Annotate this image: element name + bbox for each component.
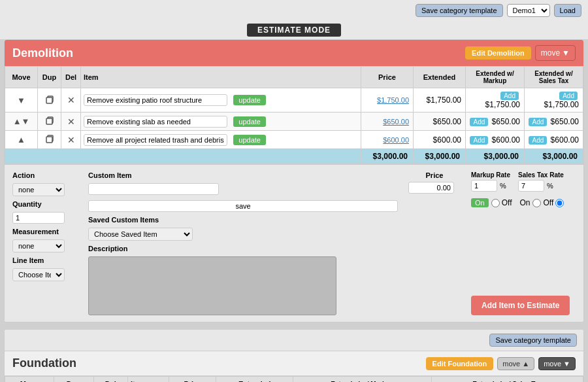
item-input-1[interactable] [84, 94, 227, 106]
svg-rect-2 [46, 137, 52, 143]
table-row: ▲ ✕ update $600.00 $600 [5, 131, 583, 149]
price-link-3[interactable]: $600.00 [383, 136, 409, 144]
demolition-section: Demolition Edit Demolition move ▼ Move D… [4, 39, 584, 322]
saved-items-label: Saved Custom Items [88, 216, 398, 224]
markup-off-radio: Off [491, 198, 512, 207]
sales-tax-rate-group: Sales Tax Rate % [518, 171, 564, 192]
edit-demolition-button[interactable]: Edit Demolition [465, 46, 531, 60]
add-markup-button-1[interactable]: Add [500, 92, 519, 100]
foundation-header: Foundation Edit Foundation move ▲ move ▼ [5, 351, 583, 376]
foundation-col-ext-salestax: Extended w/ Sales Tax [432, 377, 583, 383]
salestax-off-radio-input[interactable] [555, 199, 564, 207]
price-link-2[interactable]: $650.00 [383, 118, 409, 126]
update-button-1[interactable]: update [233, 95, 266, 105]
move-button-1[interactable]: ▼ [17, 95, 25, 105]
edit-foundation-button[interactable]: Edit Foundation [426, 357, 494, 370]
estimate-mode-badge: ESTIMATE MODE [247, 24, 341, 37]
salestax-on-radio-input[interactable] [532, 199, 541, 207]
col-price: Price [361, 67, 414, 88]
foundation-title: Foundation [12, 356, 76, 370]
del-button-1[interactable]: ✕ [67, 95, 75, 105]
action-label: Action [12, 171, 78, 179]
move-foundation-down-button[interactable]: move ▼ [538, 357, 576, 370]
toggle-row: On Off On Off [471, 198, 564, 207]
move-button-2[interactable]: ▲▼ [13, 116, 30, 126]
description-textarea[interactable] [88, 256, 336, 315]
table-row: ▲▼ ✕ update $650.00 $65 [5, 113, 583, 131]
update-button-3[interactable]: update [233, 135, 266, 145]
add-salestax-button-2[interactable]: Add [529, 118, 547, 126]
load-button[interactable]: Load [554, 4, 581, 17]
chevron-down-icon: ▼ [562, 48, 570, 58]
salestax-toggle-group: On Off [519, 198, 564, 207]
foundation-col-dup: Dup [54, 377, 93, 383]
ext-salestax-val-1: $1,750.00 [544, 100, 579, 109]
sales-tax-input[interactable] [518, 180, 544, 192]
extended-val-1: $1,750.00 [427, 95, 461, 105]
dup-button-3[interactable] [44, 133, 55, 146]
item-input-2[interactable] [84, 116, 227, 128]
quantity-label: Quantity [12, 200, 78, 208]
demolition-header: Demolition Edit Demolition move ▼ [5, 40, 583, 66]
rates-row: Markup Rate % Sales Tax Rate % [471, 171, 564, 192]
del-button-3[interactable]: ✕ [67, 135, 75, 145]
col-item: Item [81, 67, 361, 88]
salestax-off-radio: Off [544, 198, 564, 207]
line-item-label: Line Item [12, 256, 78, 264]
foundation-table: Move Dup Del Item Price Extended Extende… [5, 376, 583, 382]
svg-rect-0 [46, 97, 52, 103]
move-foundation-up-button[interactable]: move ▲ [497, 357, 534, 370]
demolition-header-right: Edit Demolition move ▼ [465, 45, 576, 61]
col-ext-markup: Extended w/ Markup [466, 67, 525, 88]
add-item-to-estimate-button[interactable]: Add Item to Estimate [471, 296, 570, 315]
add-salestax-button-1[interactable]: Add [559, 92, 578, 100]
custom-item-input[interactable] [88, 183, 219, 195]
move-demolition-button[interactable]: move ▼ [535, 45, 576, 61]
add-salestax-button-3[interactable]: Add [529, 136, 547, 145]
dup-button-2[interactable] [44, 115, 55, 128]
panel-left: Action none Quantity Measurement none Li… [12, 171, 78, 315]
price-input[interactable] [408, 182, 454, 194]
line-item-select[interactable]: Choose Item [12, 268, 65, 281]
del-button-2[interactable]: ✕ [67, 116, 75, 127]
save-category-template-button[interactable]: Save category template [416, 4, 503, 17]
foundation-section: Save category template Foundation Edit F… [4, 329, 584, 382]
save-custom-item-button[interactable]: save [88, 200, 398, 212]
dup-button-1[interactable] [44, 94, 55, 107]
add-markup-button-3[interactable]: Add [470, 136, 488, 145]
demo-select[interactable]: Demo1 [507, 4, 550, 17]
quantity-input[interactable] [12, 212, 65, 224]
markup-rate-group: Markup Rate % [471, 171, 510, 192]
totals-row: $3,000.00 $3,000.00 $3,000.00 $3,000.00 [5, 149, 583, 164]
measurement-select[interactable]: none [12, 239, 65, 252]
add-item-panel: Action none Quantity Measurement none Li… [5, 164, 583, 322]
table-row: ▼ ✕ update $1,750.00 $1 [5, 88, 583, 113]
foundation-table-wrap: Move Dup Del Item Price Extended Extende… [5, 376, 583, 382]
salestax-off-label: Off [544, 198, 554, 207]
panel-right: Markup Rate % Sales Tax Rate % On [471, 171, 576, 315]
panel-price: Price [408, 171, 461, 315]
salestax-on-label: On [519, 198, 530, 207]
markup-off-radio-input[interactable] [491, 199, 500, 207]
markup-on-button[interactable]: On [471, 198, 489, 207]
extended-val-3: $600.00 [433, 135, 461, 145]
add-markup-button-2[interactable]: Add [470, 118, 488, 126]
col-extended: Extended [414, 67, 466, 88]
price-link-1[interactable]: $1,750.00 [377, 96, 409, 104]
markup-rate-input[interactable] [471, 180, 497, 192]
foundation-save-cat-button[interactable]: Save category template [489, 334, 577, 347]
salestax-on-radio: On [519, 198, 540, 207]
move-button-3[interactable]: ▲ [17, 135, 25, 145]
saved-items-select[interactable]: Choose Saved Item [88, 228, 193, 241]
update-button-2[interactable]: update [233, 116, 266, 127]
foundation-col-ext-markup: Extended w/ Markup [293, 377, 431, 383]
action-select[interactable]: none [12, 183, 65, 196]
col-move: Move [5, 67, 38, 88]
item-input-3[interactable] [84, 134, 227, 146]
top-toolbar: Save category template Demo1 Load [0, 0, 588, 21]
sales-tax-pct: % [547, 182, 553, 190]
move-demolition-label: move [541, 48, 560, 58]
foundation-col-item: Item [127, 377, 169, 383]
foundation-col-del: Del [93, 377, 127, 383]
extended-val-2: $650.00 [433, 117, 461, 126]
